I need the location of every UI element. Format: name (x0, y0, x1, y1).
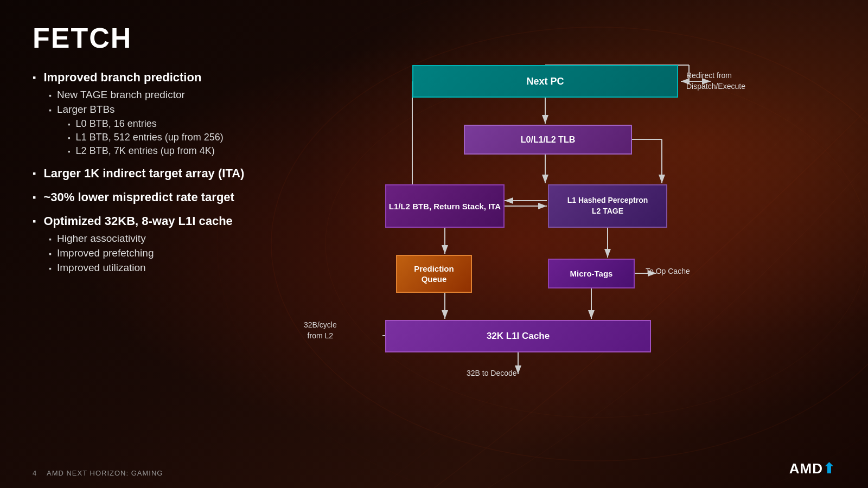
label-from-l2: 32B/cycle from L2 (304, 320, 337, 341)
bullet-section-4: Optimized 32KB, 8-way L1I cache Higher a… (33, 214, 331, 274)
box-tlb: L0/L1/L2 TLB (464, 125, 632, 155)
bullet-sub-util: Improved utilization (33, 262, 331, 274)
box-perceptron: L1 Hashed Perceptron L2 TAGE (548, 184, 667, 228)
amd-logo: AMD⬆ (789, 460, 835, 477)
bullet-sub2-l0: L0 BTB, 16 entries (33, 118, 331, 130)
bullet-section-2: Larger 1K indirect target array (ITA) (33, 166, 331, 181)
bullet-main-3: ~30% lower mispredict rate target (33, 190, 331, 204)
footer: 4 AMD NEXT HORIZON: GAMING (33, 469, 163, 477)
bullet-sub2-l1: L1 BTB, 512 entries (up from 256) (33, 132, 331, 143)
left-column: Improved branch prediction New TAGE bran… (33, 70, 331, 284)
box-next-pc: Next PC (412, 65, 678, 98)
bullet-section-3: ~30% lower mispredict rate target (33, 190, 331, 204)
label-32b-decode: 32B to Decode (467, 369, 517, 377)
label-to-op-cache: To Op Cache (646, 267, 690, 275)
bullet-sub-assoc: Higher associativity (33, 233, 331, 245)
bullet-main-4: Optimized 32KB, 8-way L1I cache (33, 214, 331, 228)
diagram-arrows (353, 54, 841, 445)
box-micro-tags: Micro-Tags (548, 259, 635, 288)
bullet-main-1: Improved branch prediction (33, 70, 331, 85)
bullet-section-1: Improved branch prediction New TAGE bran… (33, 70, 331, 157)
bullet-sub2-l2: L2 BTB, 7K entries (up from 4K) (33, 145, 331, 157)
bullet-sub-tage: New TAGE branch predictor (33, 89, 331, 101)
bullet-sub-prefetch: Improved prefetching (33, 247, 331, 259)
diagram-container: Next PC L0/L1/L2 TLB L1/L2 BTB, Return S… (353, 54, 841, 445)
box-prediction-queue: Prediction Queue (396, 255, 472, 293)
amd-logo-symbol: ⬆ (823, 460, 835, 477)
box-l1i-cache: 32K L1I Cache (385, 320, 651, 352)
box-btb: L1/L2 BTB, Return Stack, ITA (385, 184, 505, 228)
fetch-diagram: Next PC L0/L1/L2 TLB L1/L2 BTB, Return S… (353, 54, 841, 445)
main-content: FETCH Improved branch prediction New TAG… (0, 0, 868, 488)
page-title: FETCH (33, 22, 835, 54)
bullet-sub-btbs: Larger BTBs (33, 104, 331, 115)
bullet-main-2: Larger 1K indirect target array (ITA) (33, 166, 331, 181)
label-redirect: Redirect from Dispatch/Execute (686, 70, 745, 92)
